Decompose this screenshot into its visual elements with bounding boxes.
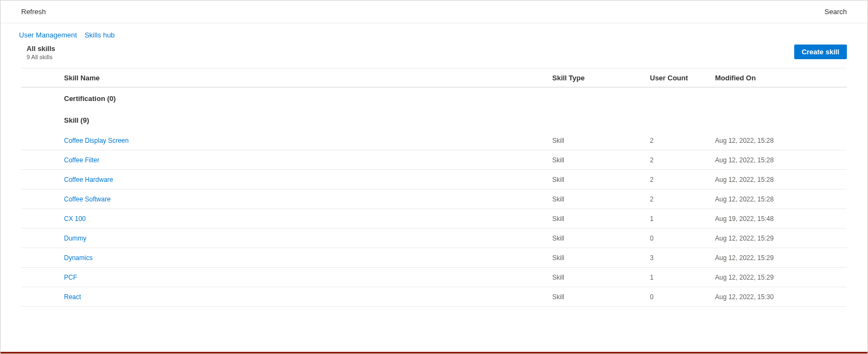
cell-modified-on: Aug 12, 2022, 15:30	[713, 289, 847, 305]
cell-user-count: 1	[648, 211, 713, 227]
skill-link[interactable]: React	[64, 293, 81, 301]
cell-skill-name: Coffee Filter	[62, 152, 550, 168]
cell-modified-on: Aug 12, 2022, 15:28	[713, 132, 847, 149]
cell-modified-on: Aug 12, 2022, 15:29	[713, 250, 847, 266]
table-row[interactable]: Dynamics Skill 3 Aug 12, 2022, 15:29	[21, 248, 847, 268]
skill-link[interactable]: CX 100	[64, 215, 86, 223]
row-selector[interactable]	[21, 273, 62, 282]
table-row[interactable]: CX 100 Skill 1 Aug 19, 2022, 15:48	[21, 209, 847, 229]
page-title: All skills	[27, 45, 55, 53]
row-selector[interactable]	[21, 195, 62, 204]
group-skill[interactable]: Skill (9)	[21, 109, 847, 131]
table-row[interactable]: Dummy Skill 0 Aug 12, 2022, 15:29	[21, 229, 847, 248]
skill-link[interactable]: Coffee Filter	[64, 156, 99, 164]
cell-modified-on: Aug 12, 2022, 15:28	[713, 152, 847, 168]
cell-user-count: 3	[648, 250, 713, 266]
row-selector[interactable]	[21, 136, 62, 145]
cell-skill-type: Skill	[550, 211, 648, 227]
table-row[interactable]: Coffee Display Screen Skill 2 Aug 12, 20…	[21, 131, 847, 150]
cell-skill-type: Skill	[550, 191, 648, 207]
breadcrumb-skills-hub[interactable]: Skills hub	[85, 31, 115, 39]
cell-user-count: 0	[648, 230, 713, 246]
cell-skill-type: Skill	[550, 250, 648, 266]
group-label: Skill (9)	[62, 112, 550, 129]
cell-skill-type: Skill	[550, 289, 648, 305]
column-skill-type[interactable]: Skill Type	[550, 69, 648, 86]
row-selector[interactable]	[21, 254, 62, 262]
create-skill-button[interactable]: Create skill	[794, 45, 847, 59]
command-bar: Refresh Search	[1, 1, 867, 23]
cell-skill-type: Skill	[550, 172, 648, 188]
group-label: Certification (0)	[62, 90, 550, 107]
column-skill-name[interactable]: Skill Name	[62, 69, 550, 86]
column-select	[21, 73, 62, 82]
cell-skill-name: PCF	[62, 269, 550, 286]
row-selector[interactable]	[21, 156, 62, 165]
row-selector[interactable]	[21, 175, 62, 184]
cell-user-count: 2	[648, 132, 713, 149]
cell-skill-type: Skill	[550, 152, 648, 168]
row-selector[interactable]	[21, 234, 62, 243]
cell-skill-name: Coffee Display Screen	[62, 132, 550, 149]
table-row[interactable]: PCF Skill 1 Aug 12, 2022, 15:29	[21, 268, 847, 287]
table-row[interactable]: Coffee Hardware Skill 2 Aug 12, 2022, 15…	[21, 170, 847, 189]
cell-skill-name: CX 100	[62, 211, 550, 227]
cell-skill-name: React	[62, 289, 550, 305]
cell-skill-type: Skill	[550, 132, 648, 149]
cell-modified-on: Aug 12, 2022, 15:28	[713, 191, 847, 207]
cell-user-count: 2	[648, 172, 713, 188]
page-content: User Management Skills hub All skills 9 …	[1, 23, 867, 307]
table-row[interactable]: Coffee Software Skill 2 Aug 12, 2022, 15…	[21, 189, 847, 209]
cell-modified-on: Aug 12, 2022, 15:29	[713, 269, 847, 286]
cell-skill-name: Coffee Software	[62, 191, 550, 207]
skill-link[interactable]: Coffee Hardware	[64, 176, 113, 184]
cell-user-count: 2	[648, 191, 713, 207]
skill-link[interactable]: Dynamics	[64, 254, 93, 262]
row-selector[interactable]	[21, 293, 62, 301]
breadcrumb: User Management Skills hub	[19, 31, 847, 39]
breadcrumb-user-management[interactable]: User Management	[19, 31, 77, 39]
row-selector[interactable]	[21, 214, 62, 223]
column-modified-on[interactable]: Modified On	[713, 69, 847, 86]
cell-skill-name: Dynamics	[62, 250, 550, 266]
cell-skill-name: Coffee Hardware	[62, 172, 550, 188]
search-button[interactable]: Search	[825, 8, 847, 16]
cell-user-count: 1	[648, 269, 713, 286]
column-user-count[interactable]: User Count	[648, 69, 713, 86]
cell-modified-on: Aug 12, 2022, 15:29	[713, 230, 847, 246]
cell-user-count: 0	[648, 289, 713, 305]
skill-link[interactable]: Coffee Display Screen	[64, 137, 129, 144]
table-row[interactable]: Coffee Filter Skill 2 Aug 12, 2022, 15:2…	[21, 150, 847, 170]
bottom-border	[1, 352, 867, 353]
skill-link[interactable]: PCF	[64, 274, 77, 281]
page-subtitle: 9 All skills	[27, 54, 55, 60]
skill-link[interactable]: Dummy	[64, 235, 86, 242]
skills-grid: Skill Name Skill Type User Count Modifie…	[21, 68, 847, 307]
cell-user-count: 2	[648, 152, 713, 168]
group-certification[interactable]: Certification (0)	[21, 87, 847, 109]
skill-link[interactable]: Coffee Software	[64, 195, 111, 203]
cell-skill-type: Skill	[550, 230, 648, 246]
title-block: All skills 9 All skills	[27, 45, 55, 60]
cell-modified-on: Aug 19, 2022, 15:48	[713, 211, 847, 227]
cell-skill-type: Skill	[550, 269, 648, 286]
table-row[interactable]: React Skill 0 Aug 12, 2022, 15:30	[21, 287, 847, 307]
refresh-button[interactable]: Refresh	[21, 8, 46, 16]
page-header: All skills 9 All skills Create skill	[21, 45, 847, 60]
cell-modified-on: Aug 12, 2022, 15:28	[713, 172, 847, 188]
table-header-row: Skill Name Skill Type User Count Modifie…	[21, 68, 847, 87]
cell-skill-name: Dummy	[62, 230, 550, 246]
